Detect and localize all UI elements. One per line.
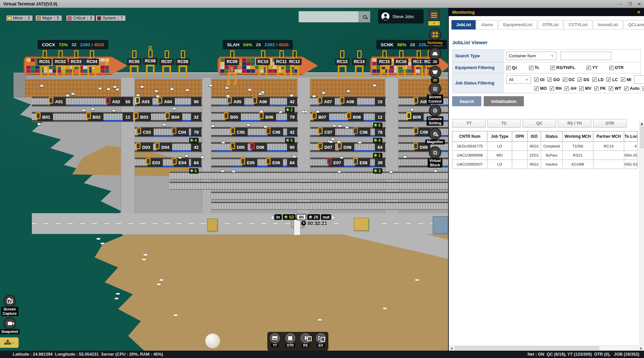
yard-block-b03[interactable]: B03 [136, 113, 151, 121]
job-checkbox-ld[interactable]: ✓LD [592, 77, 604, 82]
column-header-partner-mch[interactable]: Partner MCH [593, 131, 624, 142]
quay-crane-rc13[interactable]: RC13 [335, 50, 349, 77]
crane-label[interactable]: RC09 [225, 59, 239, 65]
yard-block-b04[interactable]: B04 [167, 113, 182, 121]
job-checkbox-mo[interactable]: ✓MO [534, 86, 547, 91]
job-checkbox-auto[interactable]: ✓Auto [624, 86, 639, 91]
search-button-panel[interactable]: Search [452, 96, 481, 106]
quay-crane-rc06[interactable]: RC06 [144, 46, 157, 76]
yt-filter-button[interactable] [270, 333, 280, 343]
yard-block-a06[interactable]: A06 [254, 98, 270, 106]
close-button[interactable]: ✕ [635, 0, 644, 8]
layout-tree-tab[interactable]: ▸ [0, 337, 19, 348]
subtab-tc[interactable]: TC [487, 119, 521, 128]
alert-badge-critical[interactable]: Critical|3 [66, 15, 95, 21]
screen-capture-button[interactable] [4, 295, 16, 307]
yard-block-a01[interactable]: A01 [50, 98, 66, 106]
initialization-button[interactable]: Initialization [484, 96, 524, 106]
job-status-select[interactable]: All ▼ [506, 75, 531, 84]
job-checkbox-ds[interactable]: ✓DS [578, 77, 589, 82]
alert-badge-major[interactable]: Major|5 [35, 15, 62, 21]
column-header-job-type[interactable]: Job Type [487, 131, 512, 142]
yard-block-d03[interactable]: D03 [138, 143, 153, 151]
subtab-yt[interactable]: YT [452, 119, 486, 128]
yard-block-b08[interactable]: B08 [348, 113, 364, 121]
yard-block-b01[interactable]: B01 [38, 113, 53, 121]
yard-block-a04[interactable]: A04 [159, 98, 175, 106]
minimize-button[interactable]: – [616, 0, 625, 8]
yard-block-a02[interactable]: A02 [107, 98, 123, 106]
crane-label[interactable]: RC11 [274, 59, 288, 65]
yard-block-e04[interactable]: E04 [174, 159, 189, 167]
table-row[interactable]: UACU5983007LD45G1InactiveECH9865G-52 [452, 160, 638, 169]
yard-block-a05[interactable]: A05 [229, 98, 244, 106]
quay-crane-rc02[interactable]: RC02 [54, 50, 67, 77]
quay-crane-rc16[interactable]: RC16 [394, 50, 408, 77]
vertical-scroll-thumb[interactable] [640, 127, 644, 148]
subtab-rsth[interactable]: RS / TH [558, 119, 591, 128]
quay-crane-rc11[interactable]: RC11 [275, 50, 288, 77]
search-input[interactable] [299, 11, 359, 22]
quay-crane-rc15[interactable]: RC15 [378, 50, 391, 77]
quay-crane-rc04[interactable]: RC04 [85, 50, 99, 77]
yard-block-c07[interactable]: C07 [320, 128, 335, 136]
summary-button[interactable] [429, 28, 441, 41]
yard-block-b02[interactable]: B02 [88, 113, 103, 121]
magnifier-button[interactable] [429, 128, 441, 140]
horizontal-scroll-thumb[interactable] [455, 346, 599, 350]
search-button[interactable] [359, 11, 370, 22]
vessel-status-cocx[interactable]: COCX72%322393 / 4525 [38, 40, 108, 49]
crane-label[interactable]: RC04 [85, 59, 99, 65]
panel-close-icon[interactable]: ✕ [637, 10, 641, 15]
crane-label[interactable]: RC08 [176, 59, 190, 65]
2d-button[interactable] [429, 48, 441, 60]
job-checkbox-lc[interactable]: ✓LC [606, 77, 618, 82]
vertical-scrollbar[interactable]: ∧ [639, 121, 644, 345]
yard-block-b09[interactable]: B09 [408, 113, 424, 121]
tab-joblist[interactable]: JobList [451, 20, 476, 29]
bottom-tool-eh[interactable]: EH [314, 333, 327, 347]
search-type-select[interactable]: Container Num ▼ [506, 52, 556, 60]
3d-button[interactable] [429, 66, 441, 78]
yard-block-d07[interactable]: D07 [320, 143, 335, 151]
yard-block-e07[interactable]: E07 [329, 159, 344, 167]
column-header-cntr-num[interactable]: CNTR Num [452, 131, 487, 142]
crane-label[interactable]: RC03 [69, 59, 83, 65]
yard-block-c08[interactable]: C08 [355, 128, 370, 136]
yard-block-c06[interactable]: C06 [268, 128, 283, 136]
quay-crane-rc03[interactable]: RC03 [69, 50, 83, 77]
yard-block-c04[interactable]: C04 [173, 128, 189, 136]
job-checkbox-ah[interactable]: ✓AH [565, 86, 576, 91]
crane-label[interactable]: RC14 [352, 59, 366, 65]
column-header-status[interactable]: Status [541, 131, 562, 142]
virtual-block-button[interactable]: ⧉ [429, 146, 441, 159]
hamburger-menu-button[interactable] [428, 9, 440, 21]
crane-label[interactable]: RC13 [335, 59, 349, 65]
eh-filter-button[interactable] [316, 333, 326, 343]
equipment-checkbox-qc[interactable]: ✓Qc [506, 65, 518, 70]
job-checkbox-pk[interactable]: ✓PK [594, 86, 606, 91]
bottom-tool-yt[interactable]: YT [268, 333, 282, 347]
equipment-checkbox-otr[interactable]: ✓OTR [609, 65, 624, 70]
tab-cctvlist[interactable]: CCTVList [564, 20, 592, 29]
job-checkbox-gc[interactable]: ✓GC [563, 77, 575, 82]
crane-label[interactable]: RC07 [160, 59, 174, 65]
job-checkbox-munual[interactable]: ✓Munual [642, 86, 644, 91]
column-header-iso[interactable]: ISO [528, 131, 541, 142]
otr-filter-button[interactable] [285, 333, 295, 343]
yard-block-e05[interactable]: E05 [242, 159, 257, 167]
terminal-map[interactable]: A01A0250A03A0490A05A06422A07A0815A09B01B… [0, 0, 448, 351]
scroll-right-icon[interactable]: ▶ [639, 347, 644, 350]
quay-crane-rc14[interactable]: RC14 [353, 50, 366, 77]
column-header-to-loca[interactable]: To Loca [624, 131, 638, 142]
yard-block-d04[interactable]: D04 [157, 143, 172, 151]
horizontal-scrollbar[interactable]: ◀ ▶ [449, 345, 644, 351]
subtab-qc[interactable]: QC [523, 119, 556, 128]
quay-crane-rc07[interactable]: RC07 [160, 50, 173, 77]
job-checkbox-mi[interactable]: ✓MI [621, 77, 631, 82]
crane-label[interactable]: RC05 [127, 59, 141, 65]
crane-label[interactable]: RC06 [143, 58, 157, 64]
crane-label[interactable]: RC16 [394, 59, 408, 65]
quay-crane-rc01[interactable]: RC01 [38, 50, 51, 77]
scroll-up-icon[interactable]: ∧ [640, 121, 644, 127]
